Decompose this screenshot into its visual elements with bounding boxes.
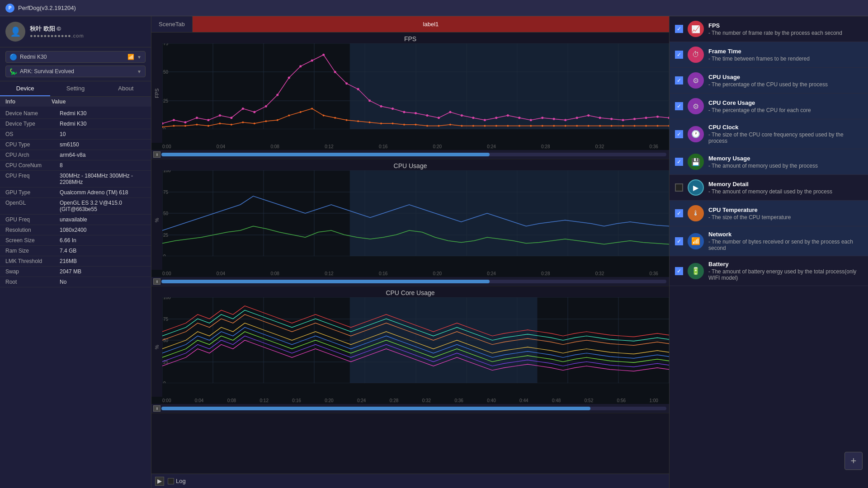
- metric-item-cpu_clock: ✓🕐CPU Clock - The size of the CPU core f…: [670, 119, 868, 149]
- time-tick: 0:24: [357, 398, 366, 403]
- info-val: Redmi K30: [60, 110, 146, 117]
- info-val: 8: [60, 162, 146, 169]
- device-selector-row[interactable]: 🔵 Redmi K30 📶 ▼: [5, 51, 146, 63]
- fps-scrollbar[interactable]: ⏸: [151, 150, 669, 159]
- info-col-header: Info: [5, 99, 15, 105]
- metric-item-battery: ✓🔋Battery - The amount of battery energy…: [670, 256, 868, 286]
- metric-icon-cpu_clock: 🕐: [688, 126, 704, 142]
- info-key: Swap: [5, 268, 60, 275]
- metric-checkbox-fps[interactable]: ✓: [675, 25, 683, 33]
- app-chevron-icon: ▼: [137, 69, 142, 74]
- user-info: 秋叶 欧阳 © ●●●●●●●●●●●●.com: [30, 25, 84, 38]
- log-checkbox[interactable]: [168, 478, 174, 484]
- info-key: Device Name: [5, 110, 60, 117]
- metric-checkbox-cpu_core[interactable]: ✓: [675, 102, 683, 110]
- expand-button[interactable]: ▶: [155, 477, 164, 486]
- metric-item-fps: ✓📈FPS - The number of frame rate by the …: [670, 16, 868, 42]
- time-tick: 0:36: [649, 271, 658, 276]
- info-val: OpenGL ES 3.2 V@415.0 (GIT@663be55: [60, 200, 146, 212]
- metric-item-cpu_temp: ✓🌡CPU Temperature - The size of the CPU …: [670, 201, 868, 226]
- wifi-icon: 📶: [127, 54, 134, 60]
- info-table-header: Info Value: [0, 97, 151, 107]
- metric-checkbox-cpu_clock[interactable]: ✓: [675, 130, 683, 138]
- right-panel: ✓📈FPS - The number of frame rate by the …: [669, 16, 868, 488]
- time-tick: 0:00: [162, 144, 171, 149]
- username: 秋叶 欧阳 ©: [30, 25, 84, 33]
- metric-text-cpu_core: CPU Core Usage - The percentage of the C…: [708, 99, 811, 113]
- tab-setting[interactable]: Setting: [50, 81, 100, 96]
- cpu-usage-scrollbar[interactable]: ⏸: [151, 277, 669, 286]
- scene-tab[interactable]: SceneTab: [151, 16, 193, 32]
- info-row: Screen Size6.66 In: [0, 235, 151, 246]
- info-val: 216MB: [60, 258, 146, 264]
- metric-desc-fps: - The number of frame rate by the proces…: [708, 30, 842, 36]
- fps-scroll-track[interactable]: [161, 153, 666, 156]
- time-tick: 0:04: [217, 271, 225, 276]
- info-key: CPU Arch: [5, 152, 60, 158]
- fps-canvas-wrap: [162, 43, 669, 143]
- metric-checkbox-frame_time[interactable]: ✓: [675, 51, 683, 59]
- metric-checkbox-memory_detail[interactable]: [675, 183, 683, 192]
- active-cursor-btn-memory_detail[interactable]: ▶: [688, 179, 704, 196]
- log-toggle[interactable]: Log: [168, 478, 186, 484]
- cpu-core-scroll-track[interactable]: [161, 407, 666, 410]
- metric-icon-memory_usage: 💾: [688, 154, 704, 170]
- metric-name-battery: Battery: [708, 261, 863, 267]
- log-label: Log: [176, 478, 186, 484]
- metric-item-network: ✓📶Network - The number of bytes received…: [670, 226, 868, 256]
- metric-checkbox-memory_usage[interactable]: ✓: [675, 158, 683, 166]
- metric-item-cpu_usage: ✓⚙CPU Usage - The percentage of the CPU …: [670, 68, 868, 94]
- app-title: PerfDog(v3.2.191204): [18, 5, 76, 11]
- time-tick: 1:00: [649, 398, 658, 403]
- metric-checkbox-battery[interactable]: ✓: [675, 267, 683, 275]
- metric-text-frame_time: Frame Time - The time between frames to …: [708, 48, 810, 62]
- fps-scroll-left[interactable]: ⏸: [153, 151, 160, 158]
- add-metric-button[interactable]: +: [844, 452, 863, 470]
- time-tick: 0:52: [585, 398, 593, 403]
- time-tick: 0:12: [259, 398, 268, 403]
- cpu-usage-canvas-wrap: [162, 170, 669, 270]
- info-key: LMK Threshold: [5, 258, 60, 264]
- info-val: 10: [60, 131, 146, 137]
- metric-item-memory_detail: ▶Memory Detail - The amount of memory de…: [670, 175, 868, 201]
- info-key: Resolution: [5, 227, 60, 233]
- user-section: 👤 秋叶 欧阳 © ●●●●●●●●●●●●.com: [0, 16, 151, 47]
- metric-checkbox-cpu_temp[interactable]: ✓: [675, 209, 683, 217]
- metric-name-cpu_core: CPU Core Usage: [708, 99, 811, 106]
- info-key: OpenGL: [5, 200, 60, 212]
- center-content: SceneTab label1 FPS FPS 0:000:040:080:12…: [151, 16, 669, 488]
- info-key: CPU Type: [5, 141, 60, 148]
- time-tick: 0:04: [195, 398, 203, 403]
- metric-desc-memory_detail: - The amount of memory detail used by th…: [708, 188, 832, 195]
- metric-checkbox-cpu_usage[interactable]: ✓: [675, 76, 683, 84]
- info-row: Device NameRedmi K30: [0, 108, 151, 119]
- info-key: OS: [5, 131, 60, 137]
- tab-about[interactable]: About: [101, 81, 151, 96]
- cpu-usage-scroll-left[interactable]: ⏸: [153, 278, 160, 285]
- metric-checkbox-network[interactable]: ✓: [675, 237, 683, 245]
- label-tab[interactable]: label1: [193, 16, 669, 32]
- app-selector-row[interactable]: 🦕 ARK: Survival Evolved ▼: [5, 66, 146, 77]
- cpu-core-scrollbar[interactable]: ⏸: [151, 404, 669, 413]
- cpu-core-scroll-left[interactable]: ⏸: [153, 405, 160, 412]
- metric-text-memory_detail: Memory Detail - The amount of memory det…: [708, 181, 832, 195]
- cpu-usage-scroll-track[interactable]: [161, 280, 666, 283]
- metric-item-cpu_core: ✓⚙CPU Core Usage - The percentage of the…: [670, 94, 868, 119]
- cpu-usage-y-label: %: [151, 170, 162, 270]
- time-tick: 0:28: [541, 271, 550, 276]
- user-email: ●●●●●●●●●●●●.com: [30, 33, 84, 38]
- time-tick: 0:08: [270, 271, 279, 276]
- tab-device[interactable]: Device: [0, 81, 50, 96]
- time-tick: 0:32: [595, 144, 604, 149]
- info-key: CPU CoreNum: [5, 162, 60, 169]
- info-row: CPU Archarm64-v8a: [0, 150, 151, 160]
- time-tick: 0:28: [541, 144, 550, 149]
- info-row: OpenGLOpenGL ES 3.2 V@415.0 (GIT@663be55: [0, 198, 151, 215]
- info-table: Device NameRedmi K30Device TypeRedmi K30…: [0, 107, 151, 488]
- time-tick: 0:04: [217, 144, 225, 149]
- time-tick: 0:36: [649, 144, 658, 149]
- title-bar: P PerfDog(v3.2.191204): [0, 0, 868, 16]
- time-tick: 0:12: [325, 271, 333, 276]
- time-tick: 0:28: [390, 398, 398, 403]
- info-row: LMK Threshold216MB: [0, 256, 151, 267]
